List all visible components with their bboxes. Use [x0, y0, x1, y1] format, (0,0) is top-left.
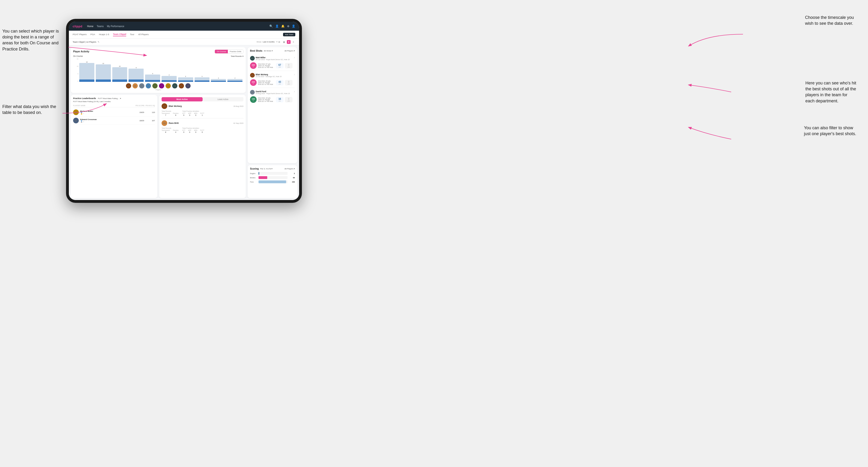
stat-practice-val-1: 6: [175, 114, 176, 116]
bar-inner-1: [79, 80, 94, 82]
players-filter[interactable]: All Players ▾: [284, 50, 295, 52]
practice-row-2[interactable]: EC Edward Crossman 🥈 2 18/20 107: [73, 117, 155, 125]
toggle-on-course[interactable]: On Course: [215, 50, 228, 53]
active-player-date-1: 26 Aug 2023: [234, 105, 243, 107]
shot-player-row-3: DF David Ford 24 Aug 2023 · Royal North …: [250, 90, 292, 95]
bar-val-5: 5: [152, 73, 153, 74]
scoring-bar-eagles: [258, 172, 259, 175]
shot-player-name-3: David Ford: [256, 90, 290, 93]
scoring-bar-birdies: [258, 176, 267, 179]
shot-player-row-2: BM Blair McHarg 23 Jul 2023 · Ashridge G…: [250, 73, 292, 77]
y-labels: 15 10 5 0: [73, 58, 78, 82]
player-activity-card: Player Activity On Course Practice Drill…: [71, 47, 246, 93]
shot-metric-1b: 0 yds: [285, 63, 292, 68]
view-heart-icon[interactable]: ♥: [287, 40, 290, 44]
nav-right: 🔍 👤 🔔 ⊕ 👤: [269, 25, 295, 28]
shot-stats-row-1: 200 SG Shot Dist: 67 yds Start Lie: Roug…: [250, 62, 292, 69]
shot-start-3: Start Lie: Rough: [258, 99, 275, 100]
view-list-icon[interactable]: ▦: [282, 40, 286, 44]
tablet-screen: clippd Home Teams My Performance 🔍 👤 🔔 ⊕…: [69, 22, 299, 200]
bar-val-7: 3: [185, 76, 186, 77]
shot-desc-block-1: Shot Dist: 67 yds Start Lie: Rough End L…: [258, 63, 275, 68]
avatar-2[interactable]: BB: [132, 83, 138, 88]
player-score-1: 19/20: [135, 111, 144, 114]
shot-player-detail-3: 24 Aug 2023 · Royal North Devon GC, Hole…: [256, 93, 290, 94]
team-name-label: Team Clippd | 14 Players: [73, 41, 96, 43]
avatar-icon[interactable]: 👤: [292, 25, 295, 28]
shot-metric-unit-2b: yds: [287, 83, 290, 85]
practice-filter[interactable]: PUTT Must Make Putting ... ▾: [98, 97, 121, 99]
search-icon[interactable]: 🔍: [269, 25, 273, 28]
shot-row-3[interactable]: DF David Ford 24 Aug 2023 · Royal North …: [250, 88, 295, 105]
tab-pga[interactable]: PGA: [90, 33, 95, 36]
tab-all-players[interactable]: All Players: [138, 33, 149, 36]
shots-filter[interactable]: All Shots ▾: [264, 50, 273, 52]
avatar-5[interactable]: EE: [152, 83, 158, 88]
chevron-right-3: ›: [294, 90, 295, 93]
practice-row-1[interactable]: RB Richard Butler 🥇 1 19/20 110: [73, 108, 155, 117]
scoring-filter[interactable]: Par 3, 4 & 5s ▾: [260, 168, 272, 170]
shot-row-1[interactable]: MM Matt Miller 09 Jun 2023 · Royal North…: [250, 54, 295, 71]
shot-content-1: MM Matt Miller 09 Jun 2023 · Royal North…: [250, 56, 292, 69]
avatar-7[interactable]: RB: [165, 83, 171, 88]
bar-val-6: 4: [168, 74, 169, 76]
edit-icon[interactable]: ✎: [98, 41, 99, 43]
chart-meta: On Course Total Rounds ▾: [73, 55, 243, 57]
toggle-practice-drills[interactable]: Practice Drills: [228, 50, 243, 53]
shot-metric-val-3b: 0: [288, 98, 289, 100]
best-shots-card: Best Shots All Shots ▾ All Players ▾: [248, 47, 297, 163]
practice-sub-title: PUTT Must Make Putting (3-6 ft), Last 3 …: [73, 100, 155, 102]
tab-team-clippd[interactable]: Team Clippd: [113, 33, 126, 36]
chevron-down-scoring: ▾: [272, 168, 272, 170]
bar-inner-5: [145, 80, 160, 82]
bar-val-2: 12: [102, 63, 104, 64]
bar-group-2: 12: [96, 63, 111, 82]
avatar-8[interactable]: MM: [172, 83, 177, 88]
bar-inner-6: [161, 80, 177, 82]
tab-tour[interactable]: Tour: [130, 33, 134, 36]
bell-icon[interactable]: 🔔: [281, 25, 285, 28]
active-player-date-2: 02 Sep 2023: [233, 122, 243, 124]
shot-desc-block-3: Shot Dist: 16 yds Start Lie: Rough End L…: [258, 97, 275, 102]
stat-label-rounds-2: Total Rounds: [161, 127, 179, 129]
view-filter-icon[interactable]: ≡: [291, 40, 295, 44]
shot-dist-1: Shot Dist: 67 yds: [258, 63, 275, 65]
scoring-players-filter[interactable]: All Players ▾: [284, 168, 295, 170]
shot-metric-unit-2a: yds: [279, 83, 281, 85]
tab-pgat-players[interactable]: PGAT Players: [73, 33, 87, 36]
bar-group-9: 2: [211, 77, 226, 82]
shot-end-1: End Lie: In The Hole: [258, 66, 275, 68]
avatar-6[interactable]: OB: [159, 83, 164, 88]
stat-group-activities-2: Total Practice Activities GTT 0 APP: [182, 127, 204, 133]
scoring-val-eagles: 3: [289, 173, 295, 175]
th-pb-score: PB SCORE: [135, 105, 145, 106]
bar-val-4: 9: [136, 67, 136, 68]
chart-section-title: On Course: [73, 55, 83, 57]
view-grid-icon[interactable]: ⊞: [277, 40, 281, 44]
tab-least-active[interactable]: Least Active: [203, 97, 244, 101]
plus-icon[interactable]: ⊕: [287, 25, 289, 28]
chart-dropdown[interactable]: Total Rounds ▾: [231, 55, 243, 57]
avatar-4[interactable]: JC: [146, 83, 151, 88]
shot-row-2[interactable]: BM Blair McHarg 23 Jul 2023 · Ashridge G…: [250, 71, 295, 88]
avatar-10[interactable]: LR: [185, 83, 191, 88]
bar-6: [161, 76, 177, 82]
avatar-1[interactable]: BM: [126, 83, 131, 88]
nav-link-performance[interactable]: My Performance: [107, 25, 124, 28]
user-icon[interactable]: 👤: [275, 25, 279, 28]
scoring-label-birdies: Birdies: [250, 177, 257, 179]
nav-link-teams[interactable]: Teams: [97, 25, 103, 28]
avatar-3[interactable]: DF: [139, 83, 144, 88]
add-team-button[interactable]: Add Team: [283, 33, 295, 36]
scoring-row-birdies: Birdies 96: [250, 176, 295, 179]
show-dropdown[interactable]: Last 3 months: [263, 41, 275, 43]
avatar-9[interactable]: EC: [179, 83, 184, 88]
active-player-block-1: BM Blair McHarg 26 Aug 2023 Total Rounds: [161, 103, 243, 118]
shot-badge-2: 200 SG: [250, 79, 257, 86]
chart-area: On Course Total Rounds ▾ 15 10 5: [73, 55, 243, 91]
x-axis-label: Players: [73, 89, 243, 91]
nav-link-home[interactable]: Home: [87, 25, 93, 28]
tab-most-active[interactable]: Most Active: [161, 97, 203, 101]
shot-content-3: DF David Ford 24 Aug 2023 · Royal North …: [250, 90, 292, 103]
tab-hcaps[interactable]: Hcaps 1-5: [99, 33, 109, 36]
